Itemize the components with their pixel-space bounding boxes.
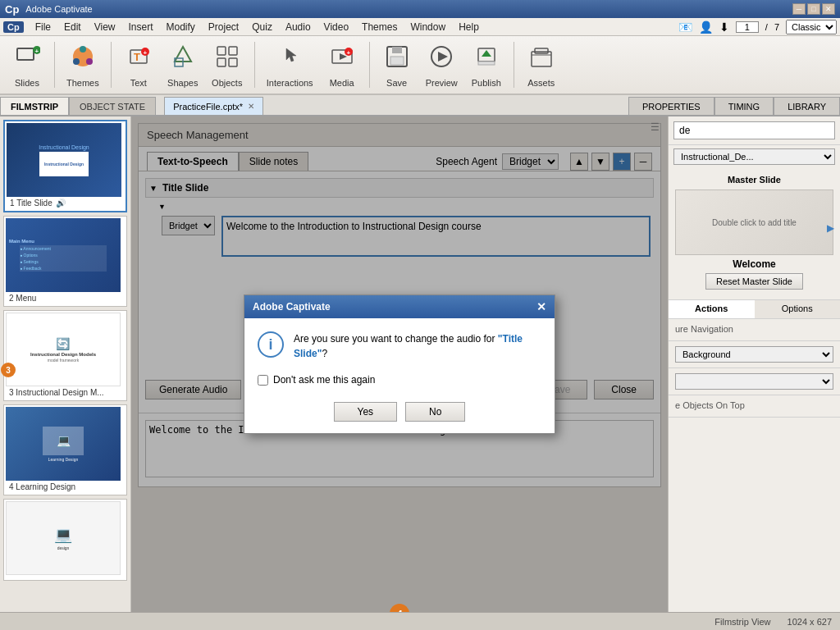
toolbar-themes[interactable]: Themes <box>62 39 104 91</box>
dialog-close-icon[interactable]: ✕ <box>536 300 546 313</box>
svg-marker-25 <box>438 52 448 62</box>
slides-icon: + <box>12 42 42 71</box>
menu-view[interactable]: View <box>88 20 122 34</box>
dialog-title: Adobe Captivate <box>253 301 331 313</box>
slide-item-3[interactable]: 3 🔄 Instructional Design Models model fr… <box>3 310 127 401</box>
dialog-yes-button[interactable]: Yes <box>334 402 398 422</box>
background-select[interactable]: Background <box>675 346 833 363</box>
svg-text:+: + <box>346 49 350 57</box>
toolbar-media[interactable]: + Media <box>322 39 363 91</box>
dont-ask-checkbox[interactable] <box>258 375 268 386</box>
close-btn[interactable]: ✕ <box>822 3 835 15</box>
menu-file[interactable]: File <box>29 20 57 34</box>
svg-rect-16 <box>229 58 237 66</box>
slide-number-input[interactable] <box>736 21 759 33</box>
tab-library[interactable]: LIBRARY <box>774 97 840 115</box>
secondary-select-section <box>669 368 840 395</box>
tab-filmstrip[interactable]: FILMSTRIP <box>0 97 69 115</box>
minimize-btn[interactable]: ─ <box>792 3 806 15</box>
slide-item-1[interactable]: Instructional Design Instructional Desig… <box>3 120 127 212</box>
reset-master-slide-button[interactable]: Reset Master Slide <box>705 273 803 290</box>
menu-modify[interactable]: Modify <box>160 20 202 34</box>
secondary-select[interactable] <box>675 373 833 390</box>
dialog-no-button[interactable]: No <box>405 402 465 422</box>
text-icon: T+ <box>124 42 153 71</box>
toolbar-objects[interactable]: Objects <box>207 39 248 91</box>
toolbar-interactions[interactable]: Interactions <box>262 39 318 91</box>
menu-video[interactable]: Video <box>317 20 355 34</box>
menu-edit[interactable]: Edit <box>57 20 88 34</box>
preview-label: Preview <box>426 78 458 88</box>
right-panel: ☰ Instructional_De... Master Slide Doubl… <box>668 116 840 612</box>
master-slide-section: Master Slide Double click to add title ▶… <box>669 168 840 300</box>
menu-quiz[interactable]: Quiz <box>245 20 279 34</box>
toolbar-assets[interactable]: Assets <box>521 39 562 91</box>
dialog-title-bar: Adobe Captivate ✕ <box>244 295 555 318</box>
tab-properties[interactable]: PROPERTIES <box>628 97 714 115</box>
slide-label-5 <box>6 575 125 578</box>
svg-marker-27 <box>482 50 491 57</box>
tab-object-state[interactable]: OBJECT STATE <box>69 97 156 115</box>
slide-item-2[interactable]: Main Menu ● Announcement ● Options ● Set… <box>3 216 127 307</box>
menu-themes[interactable]: Themes <box>355 20 404 34</box>
svg-rect-15 <box>217 58 226 66</box>
tab-options[interactable]: Options <box>755 300 841 318</box>
tab-file-close[interactable]: ✕ <box>248 102 254 111</box>
speech-management-panel: Speech Management Text-to-Speech Slide n… <box>138 123 661 487</box>
toolbar-save[interactable]: Save <box>377 39 418 91</box>
adobe-captivate-dialog: Adobe Captivate ✕ i Are you sure you wan… <box>244 294 555 434</box>
slide-thumb-3: 🔄 Instructional Design Models model fram… <box>6 313 121 386</box>
interactions-label: Interactions <box>267 78 313 88</box>
menu-audio[interactable]: Audio <box>279 20 317 34</box>
slide-separator: / <box>765 22 768 32</box>
toolbar-slides[interactable]: + Slides <box>7 39 48 91</box>
master-slide-label: Master Slide <box>675 175 833 185</box>
toolbar-shapes[interactable]: Shapes <box>162 39 203 91</box>
audio-icon-1: 🔊 <box>56 199 66 208</box>
toolbar-icon-user[interactable]: 👤 <box>699 21 713 34</box>
menu-project[interactable]: Project <box>202 20 245 34</box>
themes-label: Themes <box>66 78 99 88</box>
step-badge-4: 4 <box>390 604 409 612</box>
mode-select[interactable]: Classic <box>786 20 837 34</box>
title-bar-title: Adobe Captivate <box>25 4 92 14</box>
assets-icon <box>527 42 556 71</box>
tab-timing[interactable]: TIMING <box>714 97 774 115</box>
slides-label: Slides <box>15 78 39 88</box>
center-panel: Speech Management Text-to-Speech Slide n… <box>131 116 668 612</box>
right-panel-search: ☰ <box>669 116 840 145</box>
toolbar: + Slides Themes T+ Text Shapes Objects I… <box>0 36 840 95</box>
slide-label-1: 1 Title Slide 🔊 <box>7 197 124 209</box>
navigation-label: ure Navigation <box>675 324 833 334</box>
slide-item-4[interactable]: 💻 Learning Design 4 Learning Design <box>3 404 127 495</box>
tab-file[interactable]: PracticeFile.cptx* ✕ <box>164 97 263 115</box>
slide-label-4: 4 Learning Design <box>6 481 125 493</box>
search-input[interactable] <box>673 121 835 139</box>
menu-window[interactable]: Window <box>404 20 452 34</box>
template-select[interactable]: Instructional_De... <box>673 148 835 165</box>
svg-rect-28 <box>478 62 495 65</box>
tab-actions[interactable]: Actions <box>669 300 755 318</box>
svg-rect-14 <box>229 47 237 55</box>
toolbar-icon-download[interactable]: ⬇ <box>719 21 729 34</box>
objects-on-top-section: e Objects On Top <box>669 395 840 418</box>
dialog-message: Are you sure you want to change the audi… <box>294 331 541 361</box>
divider-3 <box>254 42 255 88</box>
tab-bar: FILMSTRIP OBJECT STATE PracticeFile.cptx… <box>0 95 840 116</box>
dialog-message-after: ? <box>322 348 327 359</box>
navigation-section: ure Navigation <box>669 319 840 341</box>
slide-label-2: 2 Menu <box>6 292 125 304</box>
menu-help[interactable]: Help <box>452 20 486 34</box>
svg-text:+: + <box>35 48 39 55</box>
toolbar-text[interactable]: T+ Text <box>118 39 159 91</box>
svg-rect-22 <box>392 47 402 53</box>
right-panel-dropdown: Instructional_De... <box>669 145 840 168</box>
toolbar-publish[interactable]: Publish <box>466 39 507 91</box>
objects-on-top-label: e Objects On Top <box>675 400 833 410</box>
slide-item-5[interactable]: 💻 design <box>3 499 127 581</box>
maximize-btn[interactable]: □ <box>807 3 820 15</box>
slide-total: 7 <box>774 22 779 32</box>
toolbar-preview[interactable]: Preview <box>421 39 463 91</box>
menu-insert[interactable]: Insert <box>122 20 160 34</box>
toolbar-icon-email[interactable]: 📧 <box>678 21 692 34</box>
